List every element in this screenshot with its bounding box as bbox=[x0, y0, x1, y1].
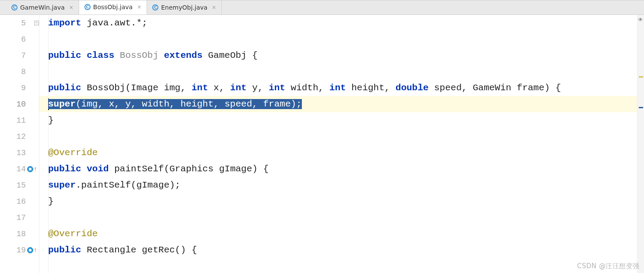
line-number: 11 bbox=[0, 112, 39, 128]
line-number: 18 bbox=[0, 226, 39, 242]
keyword: extends bbox=[158, 50, 208, 60]
code-text: paintSelf(Graphics gImage) { bbox=[114, 164, 269, 174]
tab-label: GameWin.java bbox=[20, 4, 65, 11]
line-number: 17 bbox=[0, 209, 39, 226]
code-line[interactable]: } bbox=[39, 193, 644, 209]
code-text: height, bbox=[351, 83, 396, 93]
annotation: @Override bbox=[48, 148, 98, 158]
line-number: 9 bbox=[0, 80, 39, 96]
code-text: y, bbox=[252, 83, 269, 93]
code-line[interactable]: super.paintSelf(gImage); bbox=[39, 177, 644, 193]
line-number: 14 ↑ bbox=[0, 161, 39, 177]
keyword: super bbox=[48, 180, 76, 190]
code-text: } bbox=[48, 196, 54, 206]
code-text: .paintSelf(gImage); bbox=[76, 180, 180, 190]
right-error-stripe[interactable]: 👁 bbox=[637, 15, 644, 273]
editor-tabbar: C GameWin.java × C BossObj.java × C Enem… bbox=[0, 0, 644, 15]
override-icon bbox=[27, 166, 33, 172]
close-icon[interactable]: × bbox=[137, 4, 141, 10]
code-line[interactable]: public void paintSelf(Graphics gImage) { bbox=[39, 161, 644, 177]
code-text: (img, x, y, width, height, speed, frame)… bbox=[76, 99, 302, 109]
line-number: 8 bbox=[0, 64, 39, 80]
keyword: super bbox=[48, 99, 76, 109]
code-text: x, bbox=[214, 83, 230, 93]
line-number: 5 bbox=[0, 15, 39, 31]
line-number: 13 bbox=[0, 145, 39, 161]
ide-root: C GameWin.java × C BossObj.java × C Enem… bbox=[0, 0, 644, 273]
code-line[interactable]: public BossObj(Image img, int x, int y, … bbox=[39, 80, 644, 96]
class-icon: C bbox=[11, 4, 18, 11]
keyword: public bbox=[48, 83, 87, 93]
keyword: public bbox=[48, 245, 87, 255]
watermark: CSDN @汪汪想变强 bbox=[577, 262, 640, 270]
code-text: } bbox=[48, 115, 54, 125]
line-number: 6 bbox=[0, 31, 39, 47]
inspection-eye-icon[interactable]: 👁 bbox=[638, 17, 643, 23]
caret-marker[interactable] bbox=[639, 107, 643, 108]
tab-enemyobj[interactable]: C EnemyObj.java × bbox=[147, 0, 222, 14]
line-number: 16 bbox=[0, 193, 39, 209]
code-line[interactable] bbox=[39, 209, 644, 226]
class-name: BossObj bbox=[120, 50, 158, 60]
line-gutter: 5 6 7 8 9 10 11 12 13 14 ↑ 15 16 17 18 1… bbox=[0, 15, 39, 273]
keyword: int bbox=[329, 83, 351, 93]
code-text: java.awt.*; bbox=[87, 18, 147, 28]
editor[interactable]: 5 6 7 8 9 10 11 12 13 14 ↑ 15 16 17 18 1… bbox=[0, 15, 644, 273]
line-number: 15 bbox=[0, 177, 39, 193]
code-line[interactable] bbox=[39, 128, 644, 145]
code-text: GameObj { bbox=[208, 50, 257, 60]
override-marker[interactable]: ↑ bbox=[27, 247, 37, 253]
code-line[interactable]: − import java.awt.*; bbox=[39, 15, 644, 31]
code-text: speed, GameWin frame) { bbox=[434, 83, 561, 93]
line-number: 19 ↑ bbox=[0, 242, 39, 258]
code-line[interactable]: public Rectangle getRec() { bbox=[39, 242, 644, 258]
selection: super(img, x, y, width, height, speed, f… bbox=[48, 99, 302, 109]
tab-label: EnemyObj.java bbox=[161, 4, 207, 11]
up-arrow-icon: ↑ bbox=[34, 166, 37, 172]
keyword: class bbox=[87, 50, 120, 60]
code-text: BossObj(Image img, bbox=[87, 83, 191, 93]
keyword: double bbox=[396, 83, 434, 93]
fold-icon[interactable]: − bbox=[34, 21, 39, 25]
annotation: @Override bbox=[48, 229, 98, 239]
code-area[interactable]: − import java.awt.*; public class BossOb… bbox=[39, 15, 644, 273]
override-icon bbox=[27, 247, 33, 253]
line-number: 12 bbox=[0, 128, 39, 145]
code-text: Rectangle getRec() { bbox=[87, 245, 197, 255]
keyword: void bbox=[87, 164, 114, 174]
code-line[interactable] bbox=[39, 64, 644, 80]
keyword: import bbox=[48, 18, 87, 28]
code-line[interactable]: @Override bbox=[39, 145, 644, 161]
line-number: 10 bbox=[0, 96, 39, 112]
keyword: int bbox=[230, 83, 252, 93]
tab-gamewin[interactable]: C GameWin.java × bbox=[6, 0, 79, 14]
close-icon[interactable]: × bbox=[212, 4, 216, 11]
code-line-selected[interactable]: super(img, x, y, width, height, speed, f… bbox=[39, 96, 644, 112]
tab-label: BossObj.java bbox=[93, 4, 133, 11]
class-icon: C bbox=[152, 4, 158, 11]
code-line[interactable]: @Override bbox=[39, 226, 644, 242]
line-number: 7 bbox=[0, 47, 39, 64]
keyword: public bbox=[48, 50, 87, 60]
override-marker[interactable]: ↑ bbox=[27, 166, 37, 172]
code-line[interactable] bbox=[39, 31, 644, 47]
code-line[interactable]: } bbox=[39, 112, 644, 128]
class-icon: C bbox=[84, 4, 91, 10]
close-icon[interactable]: × bbox=[69, 4, 74, 11]
keyword: int bbox=[192, 83, 214, 93]
warning-marker[interactable] bbox=[639, 76, 643, 78]
keyword: int bbox=[269, 83, 290, 93]
up-arrow-icon: ↑ bbox=[34, 247, 37, 253]
keyword: public bbox=[48, 164, 87, 174]
code-line[interactable]: public class BossObj extends GameObj { bbox=[39, 47, 644, 64]
tab-bossobj[interactable]: C BossObj.java × bbox=[79, 0, 147, 14]
code-text: width, bbox=[291, 83, 329, 93]
